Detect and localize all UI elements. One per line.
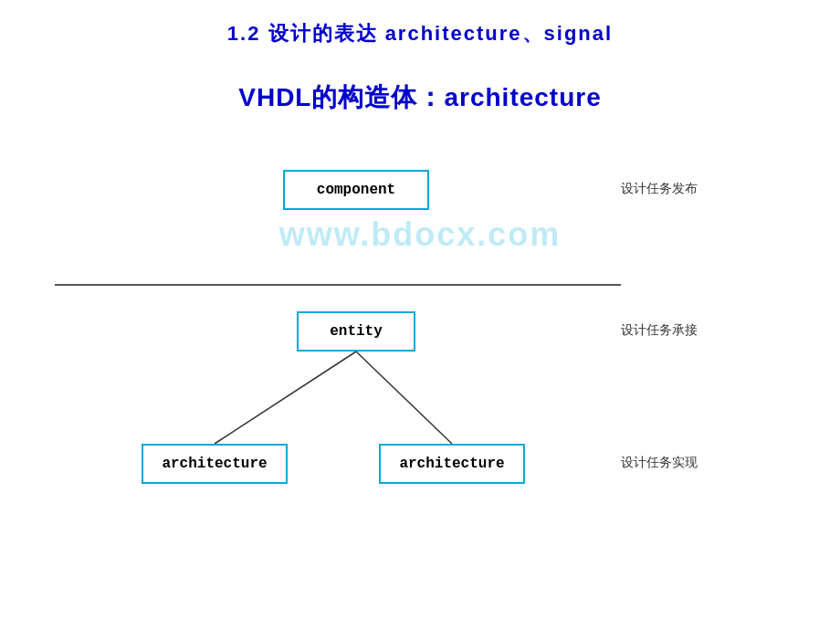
component-box: component [283,170,429,210]
svg-line-1 [356,352,452,444]
arch-right-box: architecture [379,444,525,484]
entity-box: entity [297,311,415,352]
diagram-area: www.bdocx.com component entity architect… [0,142,840,489]
label-component: 设计任务发布 [621,181,698,197]
component-label: component [317,182,395,198]
label-entity: 设计任务承接 [621,322,698,339]
entity-label: entity [330,323,383,340]
arch-left-label: architecture [162,456,267,472]
header-title: 1.2 设计的表达 architecture、signal [0,0,840,47]
page-container: 1.2 设计的表达 architecture、signal VHDL的构造体：a… [0,0,840,630]
arch-right-label: architecture [399,456,504,472]
svg-line-0 [215,352,356,444]
main-title: VHDL的构造体：architecture [0,80,840,115]
label-arch: 设计任务实现 [621,455,698,471]
arch-left-box: architecture [142,444,288,484]
